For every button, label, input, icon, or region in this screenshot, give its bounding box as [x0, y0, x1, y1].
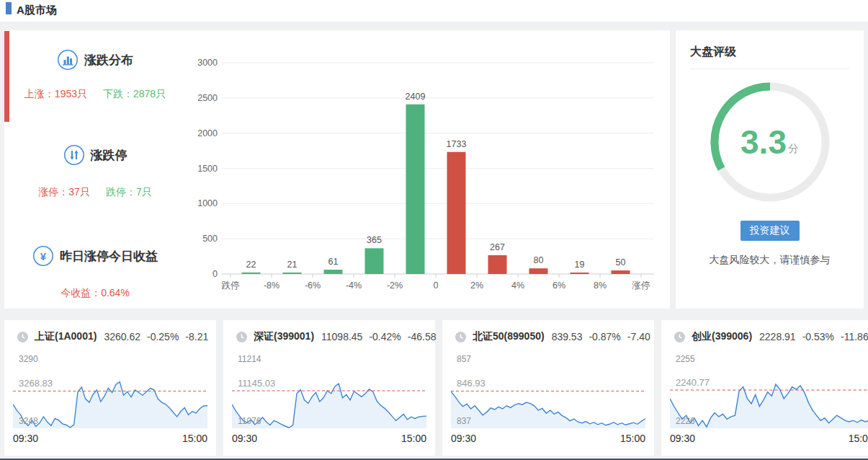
index-change: -46.58: [408, 331, 437, 342]
distribution-bar: [242, 273, 261, 274]
index-card-chinext[interactable]: 创业(399006) 2228.91 -0.53% -11.86 2255 22…: [661, 320, 868, 456]
yuan-icon: ¥: [32, 245, 54, 267]
area-fill: [451, 392, 645, 428]
chart-min-label: 837: [457, 416, 471, 426]
x-axis-tick-label: 0: [434, 280, 439, 291]
index-card-shanghai[interactable]: 上证(1A0001) 3260.62 -0.25% -8.21 3290 326…: [4, 320, 216, 456]
x-axis-tick-label: 涨停: [632, 280, 650, 291]
distribution-bar: [447, 152, 466, 274]
page-header: A股市场: [0, 0, 868, 22]
chart-min-label: 3248: [19, 416, 38, 426]
index-name: 上证(1A0001): [35, 330, 97, 343]
distribution-bar: [406, 105, 425, 274]
distribution-bar: [529, 268, 548, 274]
time-open: 09:30: [232, 433, 257, 444]
divider: [690, 68, 849, 69]
y-axis-tick-label: 1500: [197, 164, 218, 174]
y-axis-tick-label: 3000: [197, 58, 218, 68]
bar-value-label: 267: [490, 242, 505, 252]
investment-advice-button[interactable]: 投资建议: [741, 221, 800, 241]
intraday-chart: 11214 11145.03 11076: [232, 350, 426, 431]
clock-icon: [17, 332, 28, 342]
index-change-pct: -0.87%: [589, 331, 620, 342]
header-accent-bar: [6, 2, 12, 14]
y-axis-tick-label: 0: [212, 269, 218, 279]
svg-text:¥: ¥: [40, 250, 47, 262]
area-fill: [232, 384, 426, 428]
index-change-pct: -0.53%: [802, 331, 834, 342]
index-price: 839.53: [552, 331, 583, 342]
advice-text: 大盘风险较大，请谨慎参与: [690, 254, 849, 267]
time-open: 09:30: [451, 433, 476, 444]
distribution-bar: [488, 255, 507, 274]
index-card-shenzhen[interactable]: 深证(399001) 11098.45 -0.42% -46.58 11214 …: [223, 320, 435, 456]
section-title-limit: 涨跌停: [91, 147, 127, 164]
chart-min-label: 11076: [238, 416, 261, 426]
x-axis-tick-label: -2%: [387, 280, 403, 291]
bar-chart-icon: [57, 49, 79, 71]
distribution-bar: [365, 248, 384, 274]
stats-column: 涨跌分布 上涨：1953只 下跌：2878只: [4, 30, 186, 309]
score-gauge: 3.3 分: [709, 81, 831, 203]
chart-max-label: 2255: [676, 354, 695, 364]
rating-title: 大盘评级: [690, 45, 849, 60]
index-name: 北证50(899050): [473, 330, 545, 343]
bar-value-label: 80: [534, 255, 544, 265]
index-name: 深证(399001): [254, 330, 314, 343]
y-axis-tick-label: 2500: [197, 93, 218, 103]
score-unit: 分: [788, 142, 799, 156]
up-down-arrows-icon: [63, 144, 85, 166]
time-axis: 09:30 15:00: [451, 433, 645, 444]
y-axis-tick-label: 1000: [197, 198, 218, 208]
index-card-header: 创业(399006) 2228.91 -0.53% -11.86: [661, 320, 868, 343]
x-axis-tick-label: 跌停: [222, 280, 240, 291]
chart-max-label: 857: [457, 354, 471, 364]
x-axis-tick-label: 4%: [511, 280, 524, 291]
y-axis-tick-label: 2000: [197, 128, 218, 138]
bar-value-label: 1733: [447, 139, 467, 149]
x-axis-tick-label: -4%: [346, 280, 362, 291]
limit-up-count: 涨停：37只: [38, 186, 90, 199]
area-fill: [670, 384, 868, 428]
index-card-header: 深证(399001) 11098.45 -0.42% -46.58: [223, 320, 435, 343]
bar-value-label: 2409: [406, 92, 426, 102]
intraday-chart: 2255 2240.77 2226: [670, 350, 868, 431]
section-yesterday-limit-return: ¥ 昨日涨停今日收益 今收益：0.64%: [4, 245, 186, 300]
index-change: -7.40: [627, 331, 650, 342]
limit-down-count: 跌停：7只: [106, 186, 152, 199]
prev-close-label: 3268.83: [19, 378, 53, 389]
bar-value-label: 22: [246, 260, 256, 270]
section-limit-updown: 涨跌停 涨停：37只 跌停：7只: [4, 144, 186, 199]
intraday-chart: 857 846.93 837: [451, 350, 645, 431]
x-axis-tick-label: -6%: [305, 280, 321, 291]
bar-value-label: 365: [367, 235, 382, 245]
today-return: 今收益：0.64%: [61, 287, 130, 300]
distribution-bar: [283, 273, 302, 274]
x-axis-tick-label: 6%: [552, 280, 565, 291]
time-open: 09:30: [13, 433, 38, 444]
time-open: 09:30: [670, 433, 695, 444]
index-change: -8.21: [185, 331, 208, 342]
time-axis: 09:30 15:00: [232, 433, 426, 444]
market-rating-card: 大盘评级 3.3 分 投资建议 大盘风险较大，请谨慎参与: [676, 30, 864, 309]
index-card-header: 上证(1A0001) 3260.62 -0.25% -8.21: [4, 320, 216, 343]
prev-close-label: 11145.03: [238, 378, 275, 389]
index-price: 2228.91: [759, 331, 796, 342]
bar-value-label: 50: [616, 257, 626, 267]
time-axis: 09:30 15:00: [13, 433, 207, 444]
index-card-beijing50[interactable]: 北证50(899050) 839.53 -0.87% -7.40 857 846…: [442, 320, 654, 456]
x-axis-tick-label: 2%: [470, 280, 483, 291]
chart-max-label: 3290: [19, 354, 38, 364]
prev-close-label: 846.93: [457, 378, 486, 389]
time-close: 15:00: [849, 433, 868, 444]
section-title-return: 昨日涨停今日收益: [60, 248, 158, 265]
time-close: 15:00: [620, 433, 645, 444]
clock-icon: [236, 332, 247, 342]
score-readout: 3.3 分: [709, 81, 831, 203]
prev-close-label: 2240.77: [676, 377, 710, 388]
intraday-chart: 3290 3268.83 3248: [13, 350, 207, 431]
distribution-bar: [612, 270, 630, 274]
time-close: 15:00: [401, 433, 426, 444]
y-axis-tick-label: 500: [202, 234, 218, 244]
a-share-market-dashboard: A股市场 涨跌分布: [0, 0, 868, 460]
